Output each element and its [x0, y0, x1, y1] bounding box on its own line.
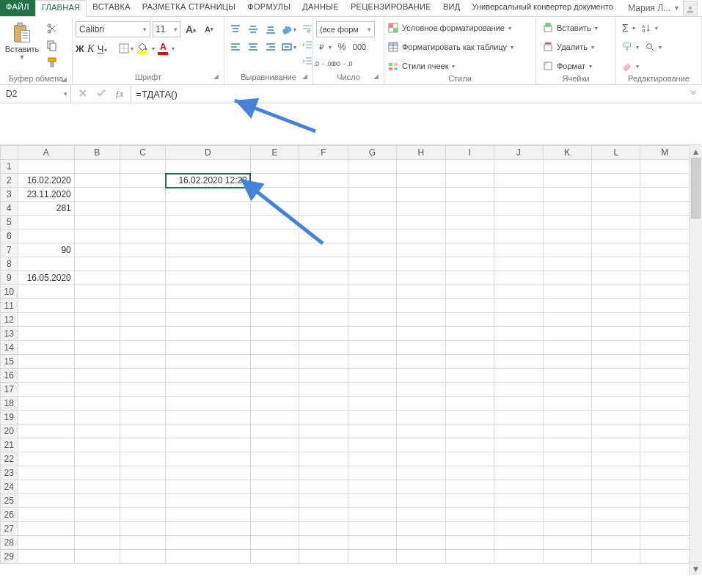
- format-as-table-button[interactable]: Форматировать как таблицу ▾: [387, 39, 518, 55]
- align-left-button[interactable]: [227, 39, 244, 55]
- cell-F13[interactable]: [299, 327, 348, 341]
- cell-J27[interactable]: [494, 522, 543, 536]
- cell-I17[interactable]: [445, 383, 494, 397]
- cell-G14[interactable]: [348, 341, 396, 355]
- cell-A7[interactable]: 90: [18, 243, 74, 257]
- cell-E26[interactable]: [250, 508, 299, 522]
- cell-B23[interactable]: [74, 466, 120, 480]
- cell-F26[interactable]: [299, 508, 348, 522]
- cell-I22[interactable]: [445, 452, 494, 466]
- cell-M11[interactable]: [640, 299, 689, 313]
- cell-M1[interactable]: [640, 160, 689, 174]
- cell-E5[interactable]: [250, 216, 299, 229]
- chevron-down-icon[interactable]: ▾: [152, 45, 155, 52]
- cell-C22[interactable]: [120, 452, 165, 466]
- cell-F1[interactable]: [299, 160, 348, 174]
- cell-D15[interactable]: [166, 355, 251, 369]
- cell-K23[interactable]: [543, 466, 591, 480]
- cell-I8[interactable]: [445, 257, 494, 271]
- cell-A29[interactable]: [18, 550, 74, 564]
- cell-M16[interactable]: [640, 369, 689, 383]
- cell-H7[interactable]: [397, 243, 445, 257]
- cell-K12[interactable]: [543, 313, 591, 327]
- scroll-up-button[interactable]: ▲: [690, 145, 702, 158]
- sort-filter-button[interactable]: AЯ ▾: [638, 20, 661, 36]
- cell-J8[interactable]: [494, 257, 543, 271]
- number-format-combo[interactable]: (все форм ▾: [316, 21, 375, 37]
- cell-G10[interactable]: [348, 285, 396, 299]
- column-header-F[interactable]: F: [299, 146, 348, 160]
- cell-I29[interactable]: [445, 550, 494, 564]
- cell-G27[interactable]: [348, 522, 396, 536]
- cell-B14[interactable]: [74, 341, 120, 355]
- cell-F10[interactable]: [299, 285, 348, 299]
- cell-K3[interactable]: [543, 188, 591, 202]
- cell-M10[interactable]: [640, 285, 689, 299]
- cell-L17[interactable]: [592, 383, 640, 397]
- conditional-formatting-button[interactable]: Условное форматирование ▾: [387, 20, 516, 36]
- cell-L23[interactable]: [592, 466, 640, 480]
- fill-color-button[interactable]: [136, 43, 148, 54]
- cell-C18[interactable]: [120, 397, 165, 411]
- cell-A22[interactable]: [18, 452, 74, 466]
- cell-E16[interactable]: [250, 369, 299, 383]
- cell-H28[interactable]: [397, 536, 445, 550]
- cell-L5[interactable]: [592, 216, 640, 229]
- cell-G26[interactable]: [348, 508, 396, 522]
- cell-D19[interactable]: [166, 411, 251, 425]
- increase-decimal-button[interactable]: .0→.00: [316, 56, 332, 71]
- cell-D29[interactable]: [166, 550, 251, 564]
- insert-cells-button[interactable]: Вставить ▾: [539, 20, 601, 36]
- cell-I23[interactable]: [445, 466, 494, 480]
- cell-G2[interactable]: [348, 174, 396, 188]
- cell-A2[interactable]: 16.02.2020: [18, 174, 74, 188]
- cell-K8[interactable]: [543, 257, 591, 271]
- cell-L19[interactable]: [592, 411, 640, 425]
- cell-E3[interactable]: [250, 188, 299, 202]
- cell-J6[interactable]: [494, 229, 543, 243]
- cell-M6[interactable]: [640, 229, 689, 243]
- tab-converter[interactable]: Универсальный конвертер документо: [466, 0, 618, 16]
- font-name-combo[interactable]: Calibri ▾: [76, 21, 150, 37]
- align-top-button[interactable]: [227, 21, 244, 37]
- cell-I19[interactable]: [445, 411, 494, 425]
- cell-D12[interactable]: [166, 313, 251, 327]
- cell-L20[interactable]: [592, 425, 640, 438]
- row-header-10[interactable]: 10: [1, 285, 18, 299]
- cell-I7[interactable]: [445, 243, 494, 257]
- cell-B17[interactable]: [74, 383, 120, 397]
- cell-D23[interactable]: [166, 466, 251, 480]
- cell-J12[interactable]: [494, 313, 543, 327]
- cell-F8[interactable]: [299, 257, 348, 271]
- cell-F29[interactable]: [299, 550, 348, 564]
- vertical-scrollbar[interactable]: ▲ ▼: [689, 145, 702, 575]
- cell-K11[interactable]: [543, 299, 591, 313]
- cell-I28[interactable]: [445, 536, 494, 550]
- cell-G5[interactable]: [348, 216, 396, 229]
- column-header-G[interactable]: G: [348, 146, 396, 160]
- column-header-L[interactable]: L: [592, 146, 640, 160]
- cell-G24[interactable]: [348, 480, 396, 494]
- row-header-9[interactable]: 9: [1, 271, 18, 285]
- cell-G28[interactable]: [348, 536, 396, 550]
- cell-M27[interactable]: [640, 522, 689, 536]
- row-header-26[interactable]: 26: [1, 508, 18, 522]
- cell-E10[interactable]: [250, 285, 299, 299]
- row-header-15[interactable]: 15: [1, 355, 18, 369]
- cell-C8[interactable]: [120, 257, 165, 271]
- cell-B15[interactable]: [74, 355, 120, 369]
- underline-button[interactable]: Ч: [98, 43, 104, 54]
- tab-formulas[interactable]: ФОРМУЛЫ: [241, 0, 296, 16]
- cell-L25[interactable]: [592, 494, 640, 508]
- accounting-format-button[interactable]: ₽▾: [316, 40, 332, 54]
- cell-I9[interactable]: [445, 271, 494, 285]
- cell-D5[interactable]: [166, 216, 251, 229]
- cell-D26[interactable]: [166, 508, 251, 522]
- cell-M4[interactable]: [640, 202, 689, 216]
- cell-H18[interactable]: [397, 397, 445, 411]
- cell-D10[interactable]: [166, 285, 251, 299]
- column-header-D[interactable]: D: [166, 146, 251, 160]
- cell-E27[interactable]: [250, 522, 299, 536]
- chevron-down-icon[interactable]: ▾: [104, 47, 107, 54]
- cell-K14[interactable]: [543, 341, 591, 355]
